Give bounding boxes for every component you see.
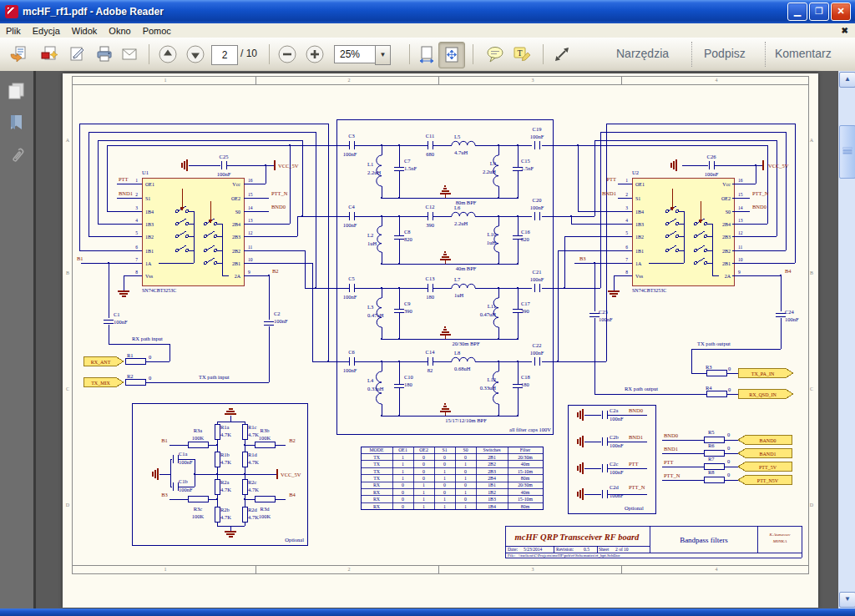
menu-edycja[interactable]: Edycja — [27, 25, 66, 37]
menu-plik[interactable]: Plik — [0, 25, 27, 37]
zoom-level-value[interactable]: 25% — [334, 45, 381, 63]
schematic-label: R3c — [194, 506, 203, 512]
menu-pomoc[interactable]: Pomoc — [137, 25, 177, 37]
comment-panel-button[interactable]: Komentarz — [775, 47, 832, 60]
zoom-dropdown-arrow[interactable]: ▼ — [375, 45, 391, 65]
junction-dot — [516, 360, 519, 362]
table-cell: 1 — [464, 504, 467, 509]
scroll-up-icon[interactable]: ▲ — [839, 72, 855, 88]
table-cell: Filter — [520, 447, 531, 452]
schematic-label: BND1 — [629, 434, 643, 440]
zoom-in-button[interactable] — [302, 42, 327, 67]
attachments-icon[interactable] — [7, 146, 27, 166]
page-number-input[interactable] — [211, 45, 238, 65]
junction-dot — [516, 262, 519, 265]
zoom-out-button[interactable] — [275, 42, 300, 67]
junction-dot — [569, 215, 572, 217]
comment-button[interactable] — [483, 42, 508, 67]
schematic-label: 15 — [248, 192, 253, 197]
schematic-label: 6 — [625, 245, 628, 250]
schematic-label: 1 — [164, 567, 167, 572]
junction-dot — [516, 144, 519, 146]
schematic-label: 14 — [738, 205, 743, 210]
page-total-label: / 10 — [240, 48, 257, 59]
schematic-label: C1a — [179, 451, 188, 457]
close-document-icon[interactable]: ✖ — [842, 26, 848, 35]
schematic-label: 5/23/2014 — [524, 547, 543, 552]
close-button[interactable]: ✕ — [831, 3, 851, 21]
vertical-scrollbar[interactable]: ▲ ▼ — [838, 71, 855, 608]
schematic-label: 100nF — [705, 171, 719, 177]
schematic-label: BND1 — [119, 190, 133, 196]
fit-width-button[interactable] — [414, 42, 439, 67]
print-button[interactable] — [92, 42, 117, 67]
schematic-label: S0 — [235, 210, 240, 215]
port-tag-label: PTT_5V — [759, 465, 777, 470]
pdf-page[interactable]: 11223344AABBCCDD1OE12S131B441B351B261B17… — [63, 73, 818, 608]
schematic-label: 3 — [135, 205, 138, 210]
menu-okno[interactable]: Okno — [103, 25, 136, 37]
schematic-label: C1b — [179, 478, 188, 484]
schematic-label: 6 — [135, 245, 138, 250]
cap-gap — [602, 441, 608, 443]
ground-symbol — [444, 403, 446, 405]
schematic-label: 2B1 — [722, 261, 731, 266]
tools-panel-button[interactable]: Narzędzia — [616, 47, 669, 60]
schematic-label: 100nF — [610, 442, 624, 448]
schematic-label: R3 — [706, 364, 712, 370]
schematic-label: 10 — [738, 257, 743, 262]
sign-panel-button[interactable]: Podpisz — [704, 47, 746, 60]
port-tag-label: BAND1 — [759, 452, 776, 457]
sign-button[interactable] — [64, 42, 89, 67]
schematic-label: B — [810, 270, 813, 275]
page-thumbnails-icon[interactable] — [7, 81, 27, 101]
scrollbar-thumb[interactable] — [839, 125, 855, 179]
email-button[interactable] — [117, 42, 142, 67]
schematic-label: 40m BPF — [456, 265, 477, 271]
schematic-label: File: — [508, 553, 515, 558]
junction-dot — [243, 472, 245, 475]
table-cell: 0 — [402, 490, 404, 495]
table-cell: 1 — [443, 504, 446, 509]
junction-dot — [754, 164, 756, 166]
previous-page-button[interactable] — [155, 42, 180, 67]
highlight-button[interactable]: T — [509, 42, 534, 67]
schematic-label: 100nF — [179, 459, 193, 465]
minimize-button[interactable]: ▁ — [787, 3, 807, 21]
schematic-label: C14 — [426, 349, 436, 355]
ground-symbol — [444, 251, 446, 253]
schematic-label: 82 — [428, 367, 433, 373]
junction-dot — [497, 215, 499, 217]
schematic-label: 0 — [727, 458, 730, 464]
junction-dot — [380, 414, 382, 417]
schematic-label: C16 — [521, 229, 531, 235]
create-pdf-button[interactable] — [36, 42, 61, 67]
junction-dot — [593, 261, 595, 264]
open-button[interactable] — [6, 42, 31, 67]
schematic-label: L8 — [454, 350, 460, 356]
schematic-label: R7 — [708, 456, 715, 462]
schematic-label: A — [810, 138, 814, 143]
schematic-label: 820 — [404, 236, 412, 242]
ground-symbol — [444, 185, 446, 187]
restore-button[interactable]: ❐ — [809, 3, 829, 21]
schematic-label: 1B4 — [635, 210, 644, 215]
schematic-label: 1uH — [367, 240, 377, 246]
junction-dot — [107, 261, 109, 264]
table-cell: 1 — [464, 476, 467, 481]
next-page-button[interactable] — [183, 42, 208, 67]
fit-page-button[interactable] — [438, 42, 465, 68]
zoom-in-icon — [305, 44, 325, 64]
schematic-label: C17 — [521, 300, 531, 306]
port-tag-label: TX_PA_IN — [751, 371, 775, 376]
menu-widok[interactable]: Widok — [66, 25, 104, 37]
fullscreen-button[interactable] — [549, 42, 574, 67]
schematic-label: 1A — [145, 261, 152, 266]
schematic-canvas: 11223344AABBCCDD1OE12S131B441B351B261B17… — [63, 73, 818, 608]
table-cell: 20/30m — [518, 455, 533, 460]
schematic-label: 1B4 — [145, 210, 154, 215]
junction-dot — [264, 164, 266, 166]
toolbar: / 10 25% ▼ T Narzędzia Podpisz Komentarz — [0, 38, 855, 72]
scroll-down-icon[interactable]: ▼ — [839, 592, 855, 608]
bookmarks-icon[interactable] — [7, 113, 27, 133]
